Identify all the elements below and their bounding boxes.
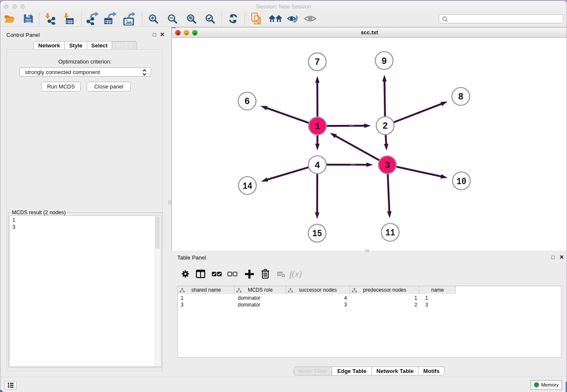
svg-text:15: 15 xyxy=(312,229,322,239)
svg-text:7: 7 xyxy=(314,58,320,68)
svg-text:14: 14 xyxy=(242,181,252,191)
svg-text:8: 8 xyxy=(458,92,464,102)
svg-text:2: 2 xyxy=(383,121,388,131)
svg-text:11: 11 xyxy=(385,228,395,238)
svg-text:10: 10 xyxy=(457,177,466,187)
svg-text:3: 3 xyxy=(385,160,390,171)
svg-text:1: 1 xyxy=(315,121,320,132)
svg-text:f(x): f(x) xyxy=(289,269,302,279)
svg-text:4: 4 xyxy=(314,160,320,171)
svg-text:9: 9 xyxy=(381,56,387,66)
svg-text:6: 6 xyxy=(245,97,250,107)
